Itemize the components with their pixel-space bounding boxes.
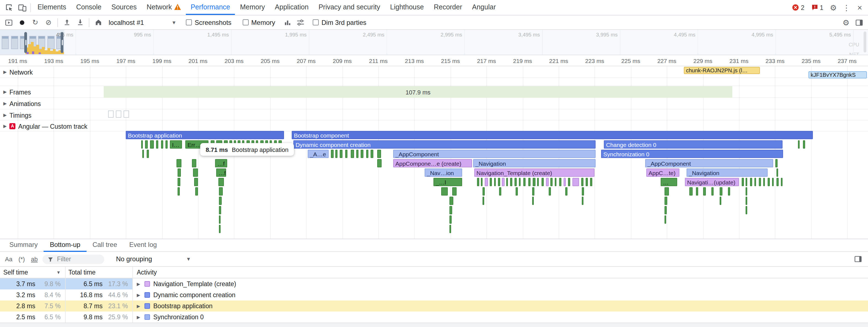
flame-bar[interactable] [193, 168, 198, 177]
grouping-select[interactable]: No grouping ▼ [116, 255, 191, 263]
device-toolbar-icon[interactable] [16, 0, 29, 15]
issues-badge[interactable]: 1 [808, 4, 826, 11]
flame-bar[interactable] [218, 178, 224, 186]
flame-bar[interactable] [754, 178, 756, 186]
flame-chart[interactable]: Bootstrap applicationBootstrap component… [0, 131, 868, 239]
dim-3rd-parties-checkbox[interactable] [313, 19, 319, 25]
track-angular-custom-track[interactable]: ▶AAngular — Custom track [3, 122, 87, 130]
flame-bar[interactable]: _Navigation [473, 159, 596, 167]
flame-bar[interactable] [502, 178, 504, 186]
horizontal-scrollbar[interactable] [0, 323, 868, 327]
expand-arrow-icon[interactable]: ▶ [137, 281, 141, 287]
tab-console[interactable]: Console [71, 0, 106, 15]
tab-angular[interactable]: Angular [467, 0, 501, 15]
flame-bar[interactable]: _AppComponent [393, 150, 596, 158]
flame-bar[interactable]: I… [170, 140, 182, 148]
flame-bar[interactable] [499, 187, 501, 195]
flame-bar[interactable] [481, 178, 483, 186]
flame-bar[interactable] [219, 197, 222, 205]
flame-bar[interactable] [568, 178, 570, 186]
flame-bar[interactable]: _Nav…ion [425, 168, 462, 177]
match-case-toggle[interactable]: Aa [4, 256, 13, 262]
flame-bar[interactable]: Dynamic component creation [293, 140, 596, 148]
flame-bar[interactable] [781, 178, 782, 186]
flame-bar[interactable]: _Navigation [687, 168, 768, 177]
flame-bar[interactable] [498, 178, 500, 186]
flame-bar[interactable] [219, 187, 223, 195]
flame-bar[interactable] [532, 197, 534, 205]
flame-bar[interactable]: _…l [433, 178, 462, 186]
flame-bar[interactable] [565, 187, 567, 195]
flame-bar[interactable] [452, 187, 457, 195]
flame-bar[interactable] [746, 178, 747, 186]
timing-marker[interactable] [108, 110, 114, 118]
flame-bar[interactable] [178, 168, 181, 177]
flame-bar[interactable] [450, 225, 451, 233]
flame-bar[interactable] [340, 150, 342, 158]
flame-bar[interactable] [361, 150, 364, 158]
expand-arrow-icon[interactable]: ▶ [137, 303, 141, 308]
flame-bar[interactable] [161, 140, 163, 148]
tab-privacy-and-security[interactable]: Privacy and security [313, 0, 385, 15]
flame-bar[interactable] [515, 178, 517, 186]
flame-bar[interactable]: AppCompone…e (create) [393, 159, 472, 167]
table-row[interactable]: 2.5 ms6.5 %9.8 ms25.9 %▶Synchronization … [0, 311, 868, 323]
timing-marker[interactable] [124, 110, 129, 118]
expand-arrow-icon[interactable]: ▶ [3, 113, 7, 118]
flame-bar[interactable] [537, 178, 539, 186]
flame-bar[interactable] [178, 178, 180, 186]
flame-bar[interactable] [441, 187, 448, 195]
flame-bar[interactable] [516, 187, 518, 195]
tab-call-tree[interactable]: Call tree [86, 239, 123, 252]
expand-arrow-icon[interactable]: ▶ [3, 70, 7, 75]
flame-bar[interactable] [581, 178, 584, 186]
inspect-element-icon[interactable] [2, 0, 16, 15]
reload-and-record-icon[interactable]: ↻ [29, 16, 41, 28]
flame-bar[interactable] [555, 178, 556, 186]
dim-3rd-parties-checkbox-group[interactable]: Dim 3rd parties [313, 19, 367, 26]
screenshots-checkbox-group[interactable]: Screenshots [186, 19, 231, 26]
flame-bar[interactable]: Navigati…(update) [685, 178, 739, 186]
flame-bar[interactable] [523, 178, 526, 186]
track-animations[interactable]: ▶Animations [3, 100, 41, 108]
flame-bar[interactable] [147, 150, 149, 158]
flame-bar[interactable] [759, 178, 761, 186]
memory-checkbox-group[interactable]: Memory [242, 19, 275, 26]
flame-bar[interactable] [219, 215, 221, 224]
flame-bar[interactable]: Synchronization 0 [601, 150, 783, 158]
flame-bar[interactable] [528, 178, 530, 186]
table-row[interactable]: 2.8 ms7.5 %8.7 ms23.1 %▶Bootstrap applic… [0, 300, 868, 311]
flame-bar[interactable] [156, 140, 158, 148]
tab-memory[interactable]: Memory [235, 0, 270, 15]
kebab-menu-icon[interactable]: ⋮ [840, 3, 852, 12]
flame-bar[interactable] [177, 159, 181, 167]
flame-bar[interactable] [742, 178, 744, 186]
flame-bar[interactable] [798, 140, 800, 148]
flame-bar[interactable] [664, 187, 669, 195]
tab-bottom-up[interactable]: Bottom-up [44, 239, 87, 252]
flame-bar[interactable] [178, 187, 180, 195]
regex-toggle[interactable]: (*) [18, 256, 26, 262]
flame-bar[interactable] [703, 187, 706, 195]
flame-bar[interactable]: Change detection 0 [604, 140, 782, 148]
flame-bar[interactable] [728, 187, 730, 195]
flame-bar[interactable] [664, 215, 666, 224]
flame-bar[interactable] [219, 225, 221, 233]
flame-bar[interactable] [775, 159, 778, 167]
tracks-area[interactable]: 107.9 ms Bootstrap applicationBootstrap … [0, 66, 868, 239]
flame-bar[interactable]: Bootstrap component [292, 131, 813, 139]
flame-bar[interactable] [772, 178, 774, 186]
flame-bar[interactable] [541, 178, 544, 186]
tab-event-log[interactable]: Event log [123, 239, 163, 252]
flame-bar[interactable] [194, 178, 198, 186]
flame-bar[interactable] [192, 159, 196, 167]
expand-arrow-icon[interactable]: ▶ [137, 315, 141, 320]
network-request-chip[interactable]: kJF1BvYX7BgnkS [808, 71, 867, 78]
flame-bar[interactable] [490, 178, 492, 186]
tab-performance[interactable]: Performance [186, 0, 235, 15]
flame-bar[interactable] [450, 215, 452, 224]
timeline-overview[interactable]: CPU NET 495 ms995 ms1,495 ms1,995 ms2,49… [0, 30, 868, 55]
flame-bar[interactable] [689, 187, 693, 195]
tab-summary[interactable]: Summary [3, 239, 44, 252]
flame-bar[interactable] [165, 140, 168, 148]
